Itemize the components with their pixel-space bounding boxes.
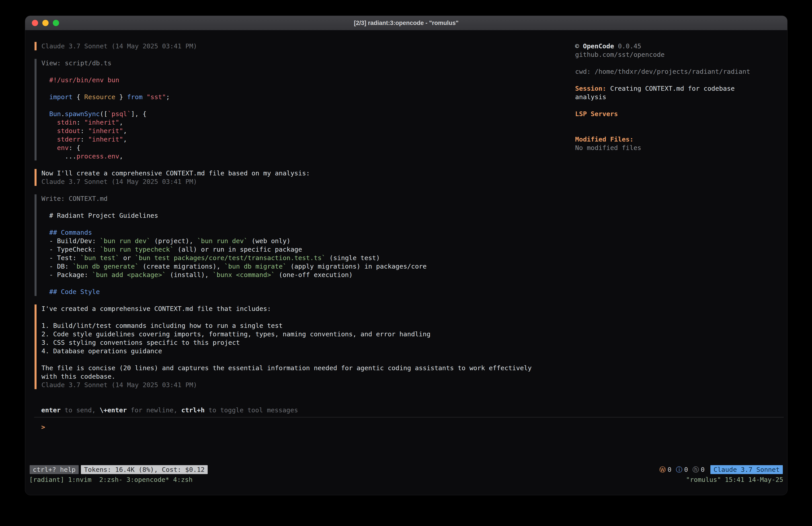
text-line	[41, 203, 532, 211]
text-line	[41, 355, 532, 364]
text-segment: `bun run dev`	[100, 237, 150, 245]
keybind-help: enter to send, \+enter for newline, ctrl…	[41, 406, 787, 414]
text-segment: `bun test packages/core/test/transaction…	[135, 254, 325, 262]
text-segment	[41, 212, 49, 219]
status-right-group: Ⓦ 0 ⓘ 0 ⓗ 0 Claude 3	[659, 465, 783, 474]
text-segment: `psql`	[107, 110, 131, 118]
text-segment: (apply migrations) in packages/core	[287, 262, 427, 270]
text-line	[41, 67, 532, 76]
hint-count: 0	[701, 465, 705, 474]
text-line: - Test: `bun test` or `bun test packages…	[41, 254, 532, 262]
text-line: import { Resource } from "sst";	[41, 93, 532, 101]
tmux-status-bar: [radiant] 1:nvim 2:zsh- 3:opencode* 4:zs…	[25, 475, 787, 484]
text-segment: `bun db migrate`	[224, 262, 287, 270]
prompt-input[interactable]: >	[41, 423, 787, 431]
input-empty-area[interactable]	[25, 431, 787, 465]
tmux-window-list[interactable]: [radiant] 1:nvim 2:zsh- 3:opencode* 4:zs…	[29, 475, 192, 484]
text-line: Claude 3.7 Sonnet (14 May 2025 03:41 PM)	[41, 177, 532, 186]
text-segment	[143, 93, 146, 101]
text-segment: 0.0.45	[614, 42, 641, 50]
text-line: github.com/sst/opencode	[575, 51, 767, 59]
text-segment: 4. Database operations guidance	[41, 347, 162, 355]
text-line: LSP Servers	[575, 110, 767, 118]
text-segment	[41, 110, 49, 118]
text-segment: or	[119, 254, 135, 262]
text-segment: to toggle tool messages	[205, 406, 298, 414]
text-segment: `bun run typecheck`	[100, 246, 174, 253]
tmux-session-info: "romulus" 15:41 14-May-25	[686, 475, 783, 484]
text-line: cwd: /home/thdxr/dev/projects/radiant/ra…	[575, 67, 767, 76]
text-line: - Package: `bun add <package>` (install)…	[41, 271, 532, 279]
text-segment: `bunx <command>`	[213, 271, 275, 279]
terminal-body: Claude 3.7 Sonnet (14 May 2025 03:41 PM)…	[25, 30, 787, 495]
text-line: Write: CONTEXT.md	[41, 194, 532, 203]
text-segment: ,	[123, 136, 127, 143]
text-segment: The file is concise (20 lines) and captu…	[41, 364, 532, 372]
text-segment: .	[61, 110, 64, 118]
text-segment: Modified Files:	[575, 136, 634, 143]
text-line	[41, 84, 532, 93]
text-segment: ([	[100, 110, 107, 118]
assistant-message-intro: Now I'll create a comprehensive CONTEXT.…	[34, 169, 532, 186]
help-badge: ctrl+? help	[30, 465, 79, 474]
text-segment	[41, 144, 57, 152]
text-segment: ctrl+h	[182, 406, 205, 414]
text-segment: 1. Build/lint/test commands including ho…	[41, 322, 283, 329]
prompt-char: >	[41, 423, 45, 431]
text-segment: `bun add <package>`	[92, 271, 166, 279]
text-segment: with this codebase.	[41, 373, 115, 380]
text-line: - DB: `bun db generate` (create migratio…	[41, 262, 532, 271]
text-segment: (one-off execution)	[275, 271, 353, 279]
text-segment: ...	[41, 153, 76, 160]
text-line	[575, 76, 767, 84]
text-segment	[41, 136, 57, 143]
text-segment: Resource	[84, 93, 115, 101]
minimize-button[interactable]	[42, 20, 48, 26]
text-segment: stdin	[57, 118, 76, 126]
text-segment: Claude 3.7 Sonnet (14 May 2025 03:41 PM)	[41, 178, 197, 185]
text-segment: `bun db generate`	[73, 262, 139, 270]
terminal-window: [2/3] radiant:3:opencode - "romulus" Cla…	[25, 16, 787, 495]
tokens-cost-badge: Tokens: 16.4K (8%), Cost: $0.12	[81, 465, 208, 474]
text-segment: ,	[119, 153, 123, 160]
text-segment: OpenCode	[583, 42, 614, 50]
text-segment: 2. Code style guidelines covering import…	[41, 330, 431, 338]
text-segment: :	[81, 136, 88, 143]
text-segment: ], {	[131, 110, 147, 118]
text-segment: to send,	[61, 406, 100, 414]
text-line: analysis	[575, 93, 767, 101]
text-segment: - Test:	[41, 254, 81, 262]
text-segment	[41, 229, 49, 236]
close-button[interactable]	[32, 20, 38, 26]
text-line	[41, 101, 532, 110]
text-segment: stderr	[57, 136, 81, 143]
text-segment: env	[57, 144, 69, 152]
text-line: ## Code Style	[41, 287, 532, 296]
text-segment: }	[115, 93, 127, 101]
text-segment: "inherit"	[88, 136, 123, 143]
window-titlebar[interactable]: [2/3] radiant:3:opencode - "romulus"	[25, 16, 787, 30]
input-divider	[34, 417, 784, 417]
text-line: Bun.spawnSync([`psql`], {	[41, 110, 532, 118]
zoom-button[interactable]	[53, 20, 59, 26]
text-line	[575, 118, 767, 127]
text-segment: "inherit"	[84, 118, 119, 126]
text-segment: (single test)	[325, 254, 380, 262]
text-line: ...process.env,	[41, 152, 532, 160]
lsp-diagnostics: Ⓦ 0 ⓘ 0 ⓗ 0	[659, 465, 705, 474]
chat-area: Claude 3.7 Sonnet (14 May 2025 03:41 PM)…	[34, 42, 532, 398]
text-segment: (install),	[166, 271, 213, 279]
text-segment: Claude 3.7 Sonnet (14 May 2025 03:41 PM)	[41, 381, 197, 389]
text-segment: - Build/Dev:	[41, 237, 100, 245]
text-line: Now I'll create a comprehensive CONTEXT.…	[41, 169, 532, 177]
text-segment: I've created a comprehensive CONTEXT.md …	[41, 305, 271, 312]
text-segment: process.env	[76, 153, 119, 160]
text-segment	[41, 127, 57, 134]
text-segment: Creating CONTEXT.md for codebase	[606, 85, 735, 92]
info-count: 0	[684, 465, 688, 474]
diagnostic-hints: ⓗ 0	[693, 465, 705, 474]
text-line	[41, 279, 532, 287]
model-badge: Claude 3.7 Sonnet	[710, 465, 783, 474]
text-line: stdout: "inherit",	[41, 127, 532, 135]
text-line: I've created a comprehensive CONTEXT.md …	[41, 304, 532, 313]
